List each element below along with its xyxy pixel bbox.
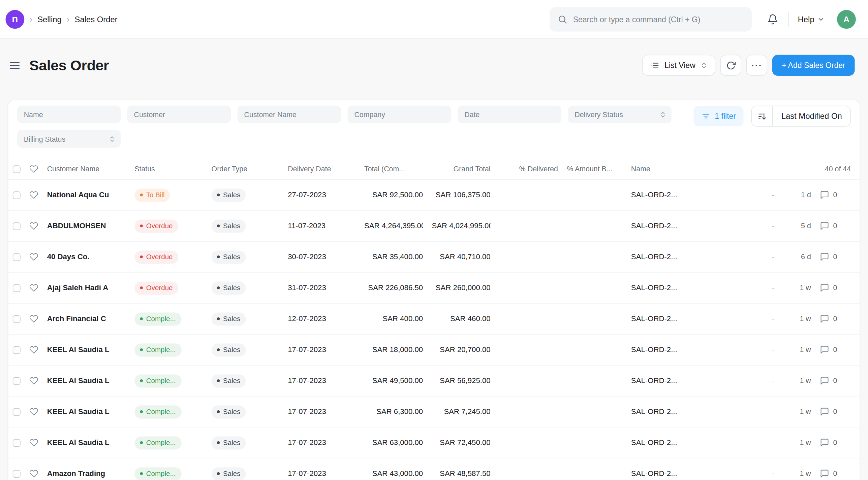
view-switcher-button[interactable]: List View — [642, 55, 715, 76]
search-input[interactable] — [573, 15, 744, 24]
comments[interactable]: 0 — [820, 283, 851, 293]
breadcrumb-sales-order[interactable]: Sales Order — [75, 15, 118, 24]
active-filters-button[interactable]: 1 filter — [694, 106, 744, 126]
column-percent-delivered[interactable]: % Delivered — [499, 165, 558, 173]
sales-order-id[interactable]: SAL-ORD-2... — [631, 284, 686, 292]
filter-delivery-status-select[interactable]: Delivery Status — [568, 106, 672, 124]
customer-name[interactable]: National Aqua Cu — [47, 191, 126, 199]
order-type-dot — [217, 348, 220, 351]
more-options-button[interactable]: ··· — [746, 55, 767, 76]
refresh-button[interactable] — [720, 55, 741, 76]
sales-order-id[interactable]: SAL-ORD-2... — [631, 408, 686, 416]
row-checkbox[interactable] — [13, 222, 21, 230]
sort-by-button[interactable]: Last Modified On — [773, 106, 850, 126]
row-checkbox[interactable] — [13, 408, 21, 416]
notifications-button[interactable] — [766, 12, 779, 26]
row-checkbox[interactable] — [13, 253, 21, 261]
filter-name-input[interactable] — [17, 106, 121, 124]
comments[interactable]: 0 — [820, 438, 851, 447]
filter-billing-status-select[interactable]: Billing Status — [17, 130, 121, 148]
help-menu[interactable]: Help — [798, 15, 825, 24]
row-checkbox[interactable] — [13, 470, 21, 478]
row-checkbox[interactable] — [13, 346, 21, 354]
order-type-dot — [217, 441, 220, 444]
heart-icon[interactable] — [29, 345, 38, 354]
customer-name[interactable]: ABDULMOHSEN — [47, 222, 126, 230]
comments[interactable]: 0 — [820, 345, 851, 354]
result-count: 40 of 44 — [789, 165, 851, 173]
sales-order-id[interactable]: SAL-ORD-2... — [631, 346, 686, 354]
table-row[interactable]: National Aqua Cu To Bill Sales 27-07-202… — [8, 180, 860, 211]
table-row[interactable]: KEEL Al Saudia L Comple... Sales 17-07-2… — [8, 427, 860, 458]
sidebar-toggle-button[interactable] — [8, 58, 22, 72]
filter-customer-name-input[interactable] — [238, 106, 341, 124]
table-row[interactable]: KEEL Al Saudia L Comple... Sales 17-07-2… — [8, 366, 860, 397]
row-checkbox[interactable] — [13, 439, 21, 447]
row-checkbox[interactable] — [13, 377, 21, 385]
avatar[interactable]: A — [837, 10, 856, 29]
sales-order-id[interactable]: SAL-ORD-2... — [631, 222, 686, 230]
row-checkbox[interactable] — [13, 284, 21, 292]
comments[interactable]: 0 — [820, 221, 851, 231]
sales-order-id[interactable]: SAL-ORD-2... — [631, 253, 686, 261]
breadcrumb-selling[interactable]: Selling — [37, 15, 62, 24]
chevron-updown-icon — [659, 111, 666, 118]
select-all-checkbox[interactable] — [13, 165, 21, 173]
customer-name[interactable]: KEEL Al Saudia L — [47, 377, 126, 385]
heart-icon[interactable] — [29, 438, 38, 447]
filter-company-input[interactable] — [348, 106, 451, 124]
heart-icon[interactable] — [29, 314, 38, 323]
customer-name[interactable]: KEEL Al Saudia L — [47, 346, 126, 354]
comments[interactable]: 0 — [820, 314, 851, 323]
filter-customer-input[interactable] — [127, 106, 231, 124]
heart-icon[interactable] — [29, 469, 38, 478]
app-logo[interactable]: n — [5, 10, 24, 29]
customer-name[interactable]: Amazon Trading — [47, 470, 126, 478]
heart-icon[interactable] — [29, 407, 38, 416]
column-total[interactable]: Total (Com... — [364, 165, 423, 173]
row-checkbox[interactable] — [13, 191, 21, 199]
customer-name[interactable]: 40 Days Co. — [47, 253, 126, 261]
column-delivery-date[interactable]: Delivery Date — [288, 165, 355, 173]
comments[interactable]: 0 — [820, 190, 851, 200]
table-row[interactable]: ABDULMOHSEN Overdue Sales 11-07-2023 SAR… — [8, 211, 860, 242]
sales-order-id[interactable]: SAL-ORD-2... — [631, 377, 686, 385]
column-customer-name[interactable]: Customer Name — [47, 165, 126, 173]
customer-name[interactable]: Arch Financial C — [47, 315, 126, 323]
table-row[interactable]: KEEL Al Saudia L Comple... Sales 17-07-2… — [8, 397, 860, 427]
sort-direction-button[interactable] — [752, 106, 773, 126]
sales-order-id[interactable]: SAL-ORD-2... — [631, 470, 686, 478]
heart-icon[interactable] — [29, 221, 38, 231]
table-row[interactable]: KEEL Al Saudia L Comple... Sales 17-07-2… — [8, 335, 860, 366]
comments[interactable]: 0 — [820, 376, 851, 385]
comments[interactable]: 0 — [820, 407, 851, 416]
column-name[interactable]: Name — [631, 165, 686, 173]
heart-icon[interactable] — [29, 190, 38, 200]
heart-icon[interactable] — [29, 376, 38, 385]
sales-order-id[interactable]: SAL-ORD-2... — [631, 315, 686, 323]
column-percent-amount-billed[interactable]: % Amount B... — [567, 165, 622, 173]
column-grand-total[interactable]: Grand Total — [432, 165, 490, 173]
row-checkbox[interactable] — [13, 315, 21, 323]
global-search[interactable] — [550, 7, 752, 31]
filter-date-input[interactable] — [458, 106, 561, 124]
sales-order-id[interactable]: SAL-ORD-2... — [631, 191, 686, 199]
heart-icon[interactable] — [29, 283, 38, 293]
column-status[interactable]: Status — [134, 165, 203, 173]
add-sales-order-button[interactable]: + Add Sales Order — [772, 55, 855, 76]
sales-order-id[interactable]: SAL-ORD-2... — [631, 439, 686, 447]
column-order-type[interactable]: Order Type — [212, 165, 279, 173]
grand-total-amount: SAR 7,245.00 — [432, 408, 490, 416]
table-row[interactable]: Ajaj Saleh Hadi A Overdue Sales 31-07-20… — [8, 273, 860, 304]
table-row[interactable]: Amazon Trading Comple... Sales 17-07-202… — [8, 458, 860, 480]
table-row[interactable]: 40 Days Co. Overdue Sales 30-07-2023 SAR… — [8, 242, 860, 273]
total-amount: SAR 4,264,395.00 — [364, 222, 423, 230]
customer-name[interactable]: Ajaj Saleh Hadi A — [47, 284, 126, 292]
comments[interactable]: 0 — [820, 469, 851, 478]
heart-icon[interactable] — [29, 252, 38, 262]
heart-icon[interactable] — [29, 164, 38, 174]
comments[interactable]: 0 — [820, 252, 851, 262]
customer-name[interactable]: KEEL Al Saudia L — [47, 408, 126, 416]
customer-name[interactable]: KEEL Al Saudia L — [47, 439, 126, 447]
table-row[interactable]: Arch Financial C Comple... Sales 12-07-2… — [8, 304, 860, 335]
